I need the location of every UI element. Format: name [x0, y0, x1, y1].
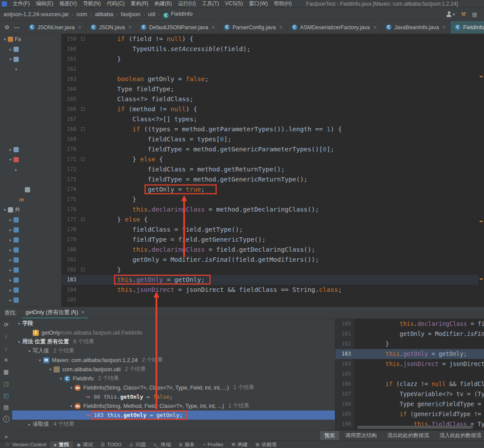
- close-tab-icon[interactable]: ×: [373, 24, 377, 31]
- fold-gutter[interactable]: [80, 215, 87, 225]
- breadcrumb-item[interactable]: util: [147, 11, 157, 17]
- tree-chevron-icon[interactable]: ▾: [47, 367, 54, 372]
- project-tree-row[interactable]: ▸: [0, 164, 61, 174]
- code-line-168[interactable]: 168 if ((types = method.getParameterType…: [61, 124, 484, 134]
- close-find-tab-icon[interactable]: ×: [81, 309, 84, 315]
- project-tree-row[interactable]: [0, 114, 61, 124]
- preview-code-line-186[interactable]: 186 if (clazz != null && fieldClass: [335, 379, 484, 389]
- code-line-170[interactable]: 170 fieldType = method.getGenericParamet…: [61, 144, 484, 154]
- project-tree-row[interactable]: ▾: [0, 54, 61, 64]
- tree-chevron-icon[interactable]: ▾: [16, 340, 22, 344]
- statusbar-item[interactable]: ◉调试: [73, 441, 97, 448]
- menubar-item[interactable]: 文件(F): [10, 0, 33, 7]
- menubar-item[interactable]: 工具(T): [199, 0, 222, 7]
- preview-code-line-187[interactable]: 187 TypeVariable<?> tv = (TypeVa: [335, 389, 484, 399]
- preview-code-line-188[interactable]: 188 Type genericFieldType = getI: [335, 399, 484, 409]
- editor-tab[interactable]: CJSONUser.java×: [25, 21, 86, 34]
- fold-gutter[interactable]: [80, 265, 87, 275]
- code-line-185[interactable]: 185: [61, 295, 484, 305]
- group-options-icon[interactable]: ▦: [0, 366, 12, 378]
- project-tree-row[interactable]: m: [0, 195, 61, 205]
- project-tree-row[interactable]: ▸: [0, 215, 61, 225]
- project-tree-row[interactable]: [0, 94, 61, 104]
- code-line-164[interactable]: 164 Type fieldType;: [61, 84, 484, 94]
- find-result-row[interactable]: ▸读取值4 个结果: [12, 420, 335, 429]
- statusbar-item[interactable]: ⚠问题: [126, 441, 150, 448]
- statusbar-item[interactable]: ⊞依赖项: [252, 441, 280, 448]
- close-tab-icon[interactable]: ×: [443, 24, 446, 31]
- statusbar-item[interactable]: ≣服务: [175, 441, 199, 448]
- find-result-row[interactable]: ↪86this.getOnly = false;: [12, 392, 335, 401]
- fold-gutter[interactable]: [80, 154, 87, 164]
- code-line-182[interactable]: 182 }: [61, 265, 484, 275]
- project-tree-row[interactable]: ▾: [0, 154, 61, 164]
- code-line-165[interactable]: 165 Class<?> fieldClass;: [61, 94, 484, 104]
- user-profile-button[interactable]: ▾: [446, 11, 455, 17]
- find-result-row[interactable]: ▾mFieldInfo(String, Method, Field, Class…: [12, 401, 335, 410]
- info-icon[interactable]: i: [0, 413, 12, 425]
- project-tree-row[interactable]: [0, 104, 61, 114]
- statusbar-item[interactable]: ⌕查找: [50, 441, 73, 448]
- tree-chevron-icon[interactable]: ▸: [7, 228, 14, 232]
- find-results-tab[interactable]: getOnly (所有位置 内) ×: [22, 307, 88, 318]
- settings-gear-icon[interactable]: ⚙: [4, 24, 10, 31]
- tree-chevron-icon[interactable]: ▸: [7, 218, 14, 222]
- code-line-184[interactable]: 184 this.jsonDirect = jsonDirect && fiel…: [61, 285, 484, 295]
- breadcrumb-item[interactable]: alibaba: [94, 11, 114, 17]
- project-tree-row[interactable]: [0, 124, 61, 134]
- preview-code-line-183[interactable]: 183 this.getOnly = getOnly;: [335, 349, 484, 359]
- tree-chevron-icon[interactable]: ▾: [68, 386, 75, 390]
- code-line-163[interactable]: 163 boolean getOnly = false;: [61, 74, 484, 84]
- menubar-item[interactable]: 窗口(W): [246, 0, 271, 7]
- find-result-row[interactable]: ▾CFieldInfo2 个结果: [12, 374, 335, 383]
- tree-chevron-icon[interactable]: ▸: [7, 248, 14, 252]
- code-line-177[interactable]: 177 } else {: [61, 215, 484, 225]
- project-tree-row[interactable]: ▸: [0, 255, 61, 265]
- editor-tab[interactable]: CParserConfig.java×: [220, 21, 287, 34]
- preview-tab[interactable]: 预览: [320, 431, 339, 440]
- project-tree-row[interactable]: ▸: [0, 285, 61, 295]
- project-tree-row[interactable]: ▸: [0, 225, 61, 235]
- preview-usages-icon[interactable]: ▤: [0, 401, 12, 413]
- statusbar-item[interactable]: >_终端: [150, 441, 175, 448]
- breadcrumb-item-class[interactable]: CFieldInfo: [162, 10, 194, 18]
- close-tab-icon[interactable]: ×: [212, 24, 215, 31]
- code-line-181[interactable]: 181 getOnly = Modifier.isFinal(field.get…: [61, 255, 484, 265]
- preview-tab[interactable]: 流入此处的数据流: [435, 431, 484, 440]
- project-tree-row[interactable]: ▸: [0, 235, 61, 245]
- code-line-169[interactable]: 169 fieldClass = types[0];: [61, 134, 484, 144]
- project-tree-row[interactable]: ▸: [0, 275, 61, 285]
- project-tree-row[interactable]: [0, 134, 61, 144]
- find-result-row[interactable]: ▾写入值2 个结果: [12, 346, 335, 356]
- code-line-183[interactable]: 183 this.getOnly = getOnly;: [61, 275, 484, 285]
- project-tree-row[interactable]: [0, 185, 61, 195]
- breadcrumb-item[interactable]: fastjson: [120, 11, 141, 17]
- previous-occurrence-icon[interactable]: ↑: [0, 331, 12, 342]
- tree-chevron-icon[interactable]: ▸: [7, 278, 14, 282]
- menubar-item[interactable]: 视图(V): [56, 0, 80, 7]
- code-line-162[interactable]: 162: [61, 64, 484, 74]
- project-tree-row[interactable]: ▾外: [0, 205, 61, 215]
- tree-chevron-icon[interactable]: ▸: [26, 422, 33, 427]
- tree-chevron-icon[interactable]: ▾: [16, 321, 22, 326]
- pin-tab-icon[interactable]: ✳: [0, 354, 12, 366]
- usage-preview-pane[interactable]: 180 this.declaringClass = field.181 getO…: [335, 319, 484, 430]
- preview-code-line-184[interactable]: 184 this.jsonDirect = jsonDirect &&: [335, 359, 484, 369]
- preview-code-line-180[interactable]: 180 this.declaringClass = field.: [335, 319, 484, 329]
- statusbar-item[interactable]: ☰TODO: [97, 441, 125, 448]
- code-line-161[interactable]: 161 }: [61, 54, 484, 64]
- close-tab-icon[interactable]: ×: [279, 24, 283, 31]
- menubar-item[interactable]: VCS(S): [222, 0, 246, 7]
- project-tree-row[interactable]: ▸: [0, 44, 61, 54]
- code-line-171[interactable]: 171 } else {: [61, 154, 484, 164]
- project-tree-row[interactable]: ▸: [0, 295, 61, 305]
- tree-chevron-icon[interactable]: ▾: [7, 157, 14, 162]
- preview-tab[interactable]: 调用层次结构: [341, 431, 381, 440]
- project-tree-row[interactable]: [0, 74, 61, 84]
- menubar-item[interactable]: 构建(B): [151, 0, 175, 7]
- tree-chevron-icon[interactable]: ▾: [2, 37, 8, 41]
- preview-code-line-189[interactable]: 189 if (genericFieldType != null: [335, 409, 484, 419]
- statusbar-item[interactable]: ◔Profiler: [199, 441, 228, 448]
- project-tree-row[interactable]: [0, 174, 61, 185]
- find-result-row[interactable]: ▾com.alibaba.fastjson.util2 个结果: [12, 365, 335, 374]
